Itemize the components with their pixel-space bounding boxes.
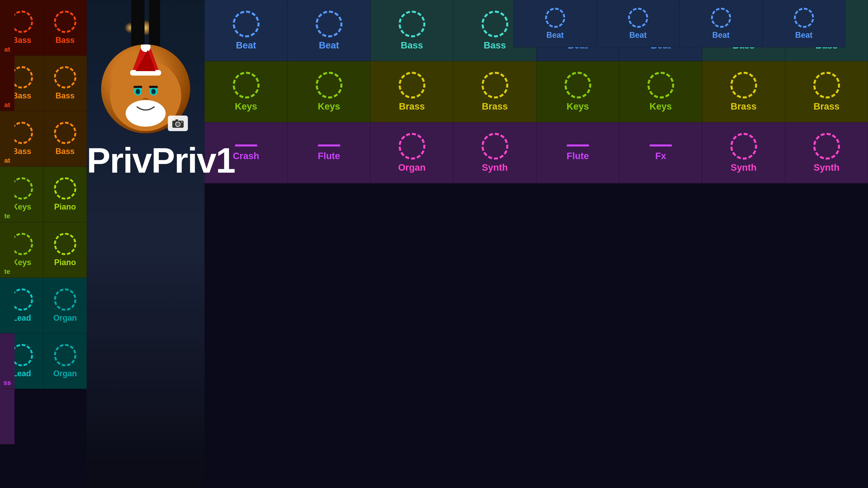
username: PrivPriv1 bbox=[87, 140, 235, 180]
pad-ring bbox=[54, 11, 76, 33]
pad-label: Crash bbox=[233, 151, 259, 161]
pad-ring bbox=[54, 122, 76, 144]
pad-label: Organ bbox=[398, 162, 426, 173]
pad-bass-r0c2[interactable]: Bass bbox=[370, 0, 453, 61]
pad-organ-r4c2[interactable]: Organ bbox=[370, 122, 453, 183]
pad-label: Keys bbox=[318, 101, 340, 112]
pad-brass-r2c2[interactable]: Brass bbox=[370, 61, 453, 122]
pad-beat-top4[interactable]: Beat bbox=[763, 0, 845, 47]
pad-flute-r4c1[interactable]: Flute bbox=[287, 122, 370, 183]
pad-beat-top1[interactable]: Beat bbox=[514, 0, 596, 47]
pad-label: Keys bbox=[12, 202, 31, 212]
pad-ring bbox=[794, 8, 814, 28]
pad-label: Bass bbox=[55, 36, 74, 45]
svg-rect-19 bbox=[176, 119, 178, 121]
svg-rect-9 bbox=[133, 86, 142, 88]
camera-icon bbox=[172, 119, 184, 128]
pad-organ-1[interactable]: Organ bbox=[43, 278, 87, 333]
pad-piano-1[interactable]: Piano bbox=[43, 167, 87, 222]
pad-ring bbox=[316, 11, 342, 37]
avatar-container bbox=[101, 44, 190, 133]
svg-point-7 bbox=[135, 89, 140, 94]
pad-label: Flute bbox=[318, 151, 340, 161]
pad-label: Beat bbox=[236, 40, 256, 51]
pad-beat-top2[interactable]: Beat bbox=[596, 0, 679, 47]
svg-point-18 bbox=[177, 123, 179, 126]
dash-indicator bbox=[318, 144, 340, 147]
pad-label: Brass bbox=[482, 101, 508, 112]
pad-ring bbox=[711, 8, 731, 28]
pad-label: Bass bbox=[12, 36, 31, 45]
pad-bass-6[interactable]: Bass bbox=[43, 111, 87, 167]
pad-label: Bass bbox=[55, 147, 74, 156]
pad-label: Lead bbox=[12, 369, 31, 378]
pad-ring bbox=[399, 11, 425, 37]
pad-label: Bass bbox=[484, 40, 506, 51]
profile-area: PrivPriv1 bbox=[87, 0, 205, 488]
pad-ring bbox=[54, 344, 76, 366]
pad-label: Beat bbox=[546, 30, 564, 40]
pad-label: Lead bbox=[12, 313, 31, 323]
pad-label: Beat bbox=[795, 30, 812, 40]
pad-ring bbox=[54, 288, 76, 311]
pad-ring bbox=[482, 72, 508, 98]
pad-bass-4[interactable]: Bass bbox=[43, 56, 87, 111]
pad-label: Beat bbox=[629, 30, 647, 40]
pad-ring bbox=[482, 11, 508, 37]
pad-bass-2[interactable]: Bass bbox=[43, 0, 87, 56]
pad-label: Synth bbox=[482, 162, 508, 173]
pad-ring bbox=[399, 133, 425, 160]
pad-label: Beat bbox=[712, 30, 730, 40]
pad-ring bbox=[233, 72, 259, 98]
pad-ring bbox=[54, 233, 76, 255]
pad-label: Bass bbox=[55, 91, 74, 100]
pad-label: Piano bbox=[54, 202, 76, 212]
pad-label: Bass bbox=[12, 91, 31, 100]
pad-ring bbox=[482, 133, 508, 160]
pad-label: Bass bbox=[12, 147, 31, 156]
pad-ring bbox=[233, 11, 259, 37]
svg-point-8 bbox=[151, 89, 156, 94]
pad-organ-2[interactable]: Organ bbox=[43, 333, 87, 389]
svg-point-20 bbox=[181, 121, 183, 123]
pad-label: Organ bbox=[53, 369, 77, 378]
pad-beat-top3[interactable]: Beat bbox=[679, 0, 763, 47]
pad-label: Organ bbox=[53, 313, 77, 323]
dash-indicator bbox=[235, 144, 257, 147]
pad-ring bbox=[628, 8, 648, 28]
pad-piano-2[interactable]: Piano bbox=[43, 222, 87, 278]
pad-keys-r2c1[interactable]: Keys bbox=[287, 61, 370, 122]
pad-label: Brass bbox=[399, 101, 425, 112]
pad-label: Bass bbox=[401, 40, 423, 51]
pad-ring bbox=[54, 66, 76, 89]
pad-label: Keys bbox=[12, 258, 31, 267]
pad-label: Keys bbox=[235, 101, 257, 112]
pad-ring bbox=[399, 72, 425, 98]
pad-beat-r0c1[interactable]: Beat bbox=[287, 0, 370, 61]
pad-keys-r2c0[interactable]: Keys bbox=[205, 61, 287, 122]
svg-point-15 bbox=[137, 115, 155, 126]
pad-ring bbox=[316, 72, 342, 98]
pad-ring bbox=[545, 8, 565, 28]
pad-beat-r0c0[interactable]: Beat bbox=[205, 0, 287, 61]
camera-button[interactable] bbox=[168, 116, 188, 131]
pad-ring bbox=[54, 177, 76, 200]
svg-rect-10 bbox=[149, 86, 158, 88]
pad-label: Piano bbox=[54, 258, 76, 267]
pad-label: Beat bbox=[319, 40, 339, 51]
